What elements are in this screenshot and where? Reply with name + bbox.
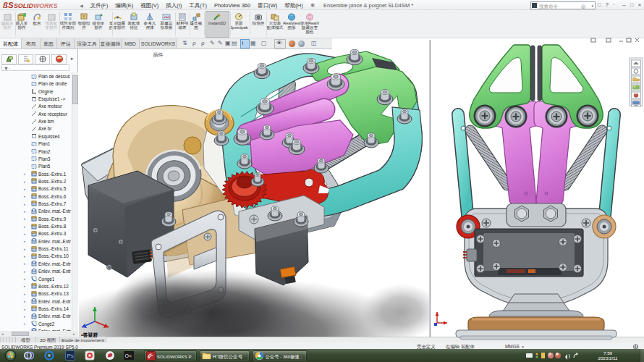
svg-text:SOLIDWORKS: SOLIDWORKS	[14, 2, 58, 9]
svg-text:O<: O<	[125, 353, 132, 358]
svg-text:Ps: Ps	[67, 353, 74, 359]
svg-text:ßS: ßS	[3, 1, 14, 9]
